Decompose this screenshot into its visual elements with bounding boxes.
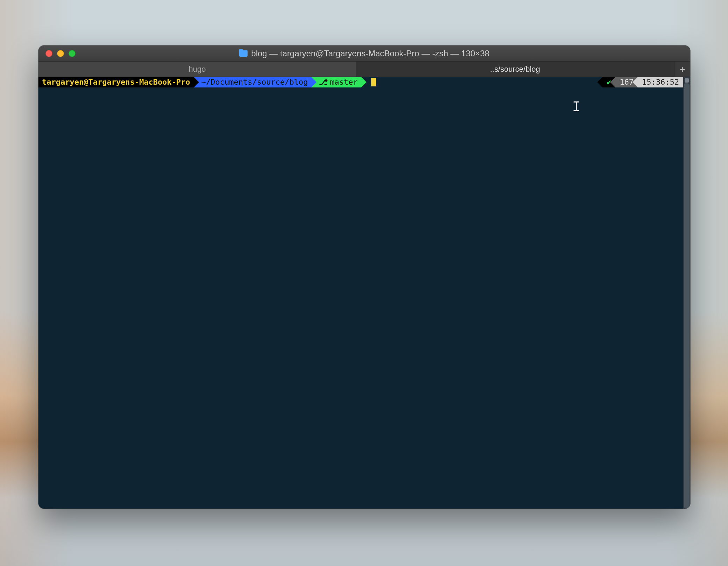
clock-time: 15:36:52 bbox=[642, 77, 679, 87]
desktop-background: blog — targaryen@Targaryens-MacBook-Pro … bbox=[0, 0, 728, 566]
minimize-icon[interactable] bbox=[57, 50, 64, 57]
scrollbar-split-icon[interactable] bbox=[685, 78, 689, 83]
prompt-git-branch: master bbox=[330, 78, 357, 86]
close-icon[interactable] bbox=[45, 50, 52, 57]
right-prompt: ✔ 167 15:36:52 bbox=[602, 77, 683, 87]
tab-bar: hugo ..s/source/blog + bbox=[38, 62, 690, 77]
prompt-cwd: ~/Documents/source/blog bbox=[201, 77, 308, 87]
text-cursor bbox=[371, 78, 376, 86]
window-title: blog — targaryen@Targaryens-MacBook-Pro … bbox=[38, 49, 690, 58]
tab-label: ..s/source/blog bbox=[490, 65, 540, 74]
time-segment: 15:36:52 bbox=[638, 77, 683, 87]
new-tab-button[interactable]: + bbox=[674, 62, 690, 77]
zoom-icon[interactable] bbox=[69, 50, 76, 57]
terminal-window: blog — targaryen@Targaryens-MacBook-Pro … bbox=[38, 45, 690, 509]
mouse-ibeam-cursor bbox=[573, 101, 579, 111]
scrollbar[interactable] bbox=[683, 77, 690, 509]
git-branch-icon: ⎇ bbox=[319, 78, 328, 86]
window-title-text: blog — targaryen@Targaryens-MacBook-Pro … bbox=[251, 49, 489, 58]
prompt-user-host-segment: targaryen@Targaryens-MacBook-Pro bbox=[38, 77, 194, 87]
titlebar[interactable]: blog — targaryen@Targaryens-MacBook-Pro … bbox=[38, 45, 690, 62]
prompt-user-host: targaryen@Targaryens-MacBook-Pro bbox=[42, 77, 190, 87]
prompt-line: targaryen@Targaryens-MacBook-Pro ~/Docum… bbox=[38, 77, 683, 87]
history-number: 167 bbox=[620, 77, 634, 87]
scrollbar-thumb[interactable] bbox=[684, 83, 690, 509]
traffic-lights bbox=[45, 50, 76, 57]
terminal-viewport[interactable]: targaryen@Targaryens-MacBook-Pro ~/Docum… bbox=[38, 77, 683, 509]
tab-hugo[interactable]: hugo bbox=[38, 62, 356, 77]
prompt-git-branch-segment: ⎇master bbox=[311, 77, 361, 87]
terminal-body-wrap: targaryen@Targaryens-MacBook-Pro ~/Docum… bbox=[38, 77, 690, 509]
plus-icon: + bbox=[680, 64, 685, 75]
prompt-cwd-segment: ~/Documents/source/blog bbox=[194, 77, 312, 87]
check-icon: ✔ bbox=[607, 77, 611, 87]
tab-blog[interactable]: ..s/source/blog bbox=[356, 62, 674, 77]
prompt-spacer bbox=[376, 77, 602, 87]
folder-icon bbox=[239, 50, 248, 57]
tab-label: hugo bbox=[189, 65, 206, 74]
